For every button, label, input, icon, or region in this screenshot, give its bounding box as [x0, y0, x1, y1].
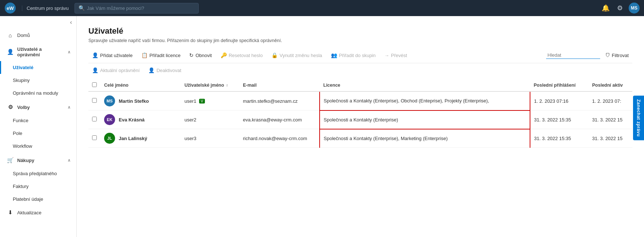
sidebar-item-volby[interactable]: ⚙ Volby ∧: [0, 99, 76, 114]
svg-text:eW: eW: [7, 5, 14, 11]
priradit-do-skupin-label: Přiřadit do skupin: [339, 53, 376, 58]
section-title: Centrum pro správu: [22, 5, 69, 11]
sidebar-label-platebni-udaje: Platební údaje: [13, 196, 43, 202]
filter-icon: ⛉: [605, 53, 610, 58]
row-license-cell: Společnosti a Kontakty (Enterprise): [320, 110, 530, 129]
resetovat-heslo-button[interactable]: 🔑 Resetovat heslo: [217, 50, 266, 60]
sidebar-label-volby: Volby: [17, 105, 30, 110]
user-off-icon: 👤: [148, 67, 155, 73]
row-last-login-cell: 31. 3. 2022 15:35: [530, 129, 588, 148]
add-user-icon: 👤: [92, 52, 98, 58]
search-input[interactable]: [548, 52, 599, 58]
user-avatar[interactable]: MS: [629, 3, 640, 14]
table-search[interactable]: [546, 52, 600, 59]
sidebar-item-funkce[interactable]: Funkce: [0, 114, 76, 127]
col-name: Celé jméno: [100, 79, 181, 91]
side-chat-wrapper: Zanechat zprávu: [633, 95, 644, 141]
row-license-cell: Společnosti a Kontakty (Enterprise), Obc…: [320, 91, 530, 110]
sidebar-item-opravneni-moduly[interactable]: Oprávnění na moduly: [0, 87, 76, 99]
settings-icon[interactable]: ⚙: [616, 3, 624, 14]
user-name: Eva Krásná: [119, 117, 145, 123]
sidebar-item-uzivatele-opravneni[interactable]: 👤 Uživatelé a oprávnění ∧: [0, 42, 76, 61]
sidebar-item-platebni-udaje[interactable]: Platební údaje: [0, 193, 76, 206]
row-license-cell: Společnosti a Kontakty (Enterprise), Mar…: [320, 129, 530, 148]
priradit-do-skupin-button[interactable]: 👥 Přiřadit do skupin: [327, 50, 379, 60]
sidebar-collapse[interactable]: ‹: [0, 16, 76, 29]
page-subtitle: Spravujte uživatele napříč vaší firmou. …: [88, 38, 632, 43]
sort-icon: ↑: [226, 83, 228, 87]
key-icon: 🔑: [221, 52, 227, 58]
row-email-cell: richard.novak@eway-crm.com: [239, 129, 320, 148]
row-last-active-cell: 1. 2. 2023 07:: [588, 91, 632, 110]
sidebar-item-skupiny[interactable]: Skupiny: [0, 74, 76, 87]
sidebar-item-faktury[interactable]: Faktury: [0, 180, 76, 193]
users-icon: 👤: [7, 49, 14, 55]
row-checkbox[interactable]: [92, 135, 97, 140]
row-checkbox-cell: [88, 129, 100, 148]
pridat-uzivatele-button[interactable]: 👤 Přidat uživatele: [88, 50, 136, 60]
priradit-licence-label: Přiřadit licence: [149, 53, 180, 58]
user-cell: EK Eva Krásná: [104, 114, 177, 125]
row-email-cell: martin.stefko@seznam.cz: [239, 91, 320, 110]
app-logo: eW: [4, 2, 16, 14]
row-name-cell: MS Martin Stefko: [100, 91, 181, 110]
global-search[interactable]: 🔍: [75, 3, 199, 14]
table-row: JL Jan Lalinský user3 richard.novak@eway…: [88, 129, 632, 148]
sidebar-label-sprava-predplatneho: Správa předplatného: [13, 171, 57, 176]
prevest-button[interactable]: → Převést: [381, 51, 411, 60]
filter-label: Filtrovat: [612, 53, 629, 58]
row-last-active-cell: 31. 3. 2022 15: [588, 129, 632, 148]
top-navigation: eW Centrum pro správu 🔍 🔔 ⚙ MS: [0, 0, 644, 16]
resetovat-heslo-label: Resetovat heslo: [229, 53, 263, 58]
sidebar-item-uzivatele[interactable]: Uživatelé: [0, 61, 76, 74]
sidebar-label-workflow: Workflow: [13, 143, 32, 149]
obnovit-label: Obnovit: [195, 53, 212, 58]
sidebar-item-workflow[interactable]: Workflow: [0, 140, 76, 153]
priradit-licence-button[interactable]: 📋 Přiřadit licence: [138, 50, 184, 60]
filter-button[interactable]: ⛉ Filtrovat: [602, 51, 632, 60]
main-content: Uživatelé Spravujte uživatele napříč vaš…: [77, 16, 644, 237]
row-username-cell: user3: [181, 129, 239, 148]
table-row: EK Eva Krásná user2 eva.krasna@eway-crm.…: [88, 110, 632, 129]
col-username: Uživatelské jméno ↑: [181, 79, 239, 91]
aktualni-opravneni-label: Aktuální oprávnění: [100, 68, 140, 73]
sidebar-label-domu: Domů: [17, 33, 30, 38]
refresh-icon: ↻: [189, 52, 194, 58]
table-row: MS Martin Stefko user1 V martin.stefko@s…: [88, 91, 632, 110]
lock-icon: 🔒: [271, 52, 278, 58]
side-chat-button[interactable]: Zanechat zprávu: [633, 95, 644, 140]
sidebar-item-nakupy[interactable]: 🛒 Nákupy ∧: [0, 153, 76, 167]
select-all-checkbox[interactable]: [92, 82, 97, 87]
sidebar-label-nakupy: Nákupy: [17, 158, 34, 163]
shopping-icon: 🛒: [7, 157, 14, 163]
row-checkbox[interactable]: [92, 98, 97, 103]
row-name-cell: EK Eva Krásná: [100, 110, 181, 129]
sidebar-item-aktualizace[interactable]: ⬇ Aktualizace: [0, 206, 76, 219]
arrow-right-icon: →: [384, 53, 389, 58]
vynuceni-zmeny-hesla-label: Vynutit změnu hesla: [279, 53, 322, 58]
search-input[interactable]: [87, 3, 195, 13]
aktualni-opravneni-button[interactable]: 👤 Aktuální oprávnění: [88, 65, 143, 75]
vynuceni-zmeny-hesla-button[interactable]: 🔒 Vynutit změnu hesla: [268, 50, 326, 60]
notifications-icon[interactable]: 🔔: [600, 3, 611, 14]
row-email-cell: eva.krasna@eway-crm.com: [239, 110, 320, 129]
sidebar-item-domu[interactable]: ⌂ Domů: [0, 29, 76, 42]
row-username-cell: user1 V: [181, 91, 239, 110]
verified-badge: V: [199, 99, 205, 104]
obnovit-button[interactable]: ↻ Obnovit: [186, 50, 216, 60]
col-license: Licence: [320, 79, 530, 91]
sidebar-item-pole[interactable]: Pole: [0, 127, 76, 140]
main-layout: ‹ ⌂ Domů 👤 Uživatelé a oprávnění ∧ Uživa…: [0, 16, 644, 237]
collapse-button[interactable]: ‹: [70, 19, 72, 26]
sidebar-label-uzivatele-opravneni: Uživatelé a oprávnění: [17, 46, 64, 57]
row-username-cell: user2: [181, 110, 239, 129]
topnav-actions: 🔔 ⚙ MS: [600, 3, 640, 14]
sidebar-label-aktualizace: Aktualizace: [17, 210, 41, 215]
row-checkbox[interactable]: [92, 117, 97, 121]
deaktivovat-button[interactable]: 👤 Deaktivovat: [145, 65, 185, 75]
sidebar-label-skupiny: Skupiny: [13, 78, 30, 83]
download-icon: ⬇: [7, 209, 14, 216]
users-table: Celé jméno Uživatelské jméno ↑ E-mail Li…: [88, 79, 632, 148]
sidebar-label-uzivatele: Uživatelé: [13, 65, 33, 70]
sidebar-item-sprava-predplatneho[interactable]: Správa předplatného: [0, 167, 76, 180]
